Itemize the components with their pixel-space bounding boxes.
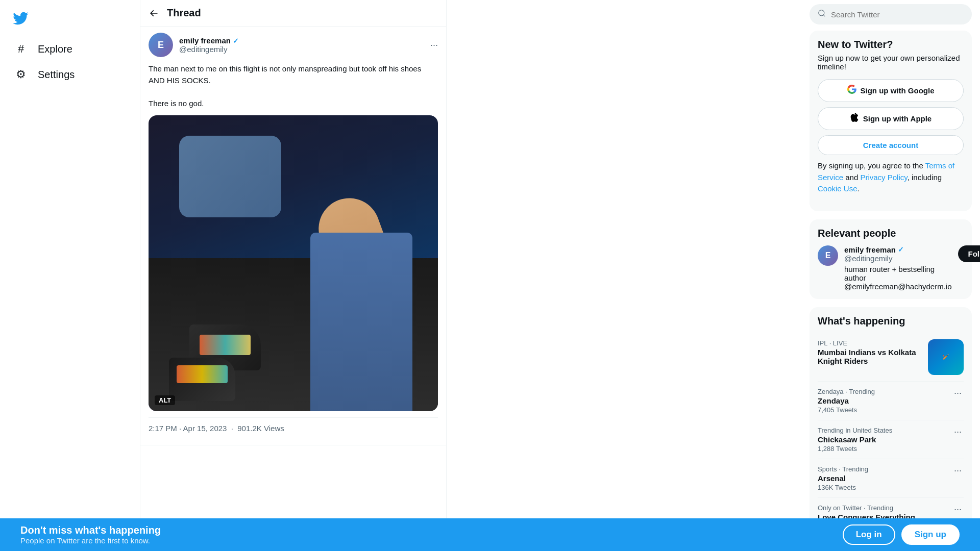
trending-meta-arsenal: Sports · Trending <box>818 465 868 473</box>
author-name: emily freeman ✓ <box>179 36 239 45</box>
new-to-twitter-title: New to Twitter? <box>818 39 964 51</box>
right-sidebar: New to Twitter? Sign up now to get your … <box>801 0 980 551</box>
tweet-timestamp: 2:17 PM · Apr 15, 2023 <box>149 424 227 433</box>
person-bio: human router + bestselling author @emily… <box>844 265 952 291</box>
explore-icon: # <box>14 42 28 56</box>
trending-item-chickasaw[interactable]: Trending in United States Chickasaw Park… <box>818 420 964 459</box>
tweet-text: The man next to me on this flight is not… <box>149 63 438 109</box>
search-icon <box>818 9 826 19</box>
tweet-meta: 2:17 PM · Apr 15, 2023 · 901.2K Views <box>149 417 438 439</box>
author-handle: @editingemily <box>179 45 239 54</box>
settings-icon: ⚙ <box>14 68 28 81</box>
trending-meta-chickasaw: Trending in United States <box>818 427 892 434</box>
twitter-logo[interactable] <box>6 4 35 34</box>
trending-count-chickasaw: 1,288 Tweets <box>818 445 892 453</box>
apple-signup-label: Sign up with Apple <box>863 114 932 123</box>
tweet-image <box>149 115 438 411</box>
back-button[interactable] <box>149 8 159 18</box>
trending-meta-love: Only on Twitter · Trending <box>818 504 915 512</box>
person-handle: @editingemily <box>844 254 952 263</box>
avatar-image: E <box>149 33 173 57</box>
whats-happening-title: What's happening <box>818 315 964 327</box>
trending-count-arsenal: 136K Tweets <box>818 484 868 491</box>
cookie-use-link[interactable]: Cookie Use <box>818 184 857 193</box>
scene-shoe1-lace <box>200 335 251 355</box>
create-account-label: Create account <box>863 141 918 149</box>
trending-item-ipl-text: IPL · LIVE Mumbai Indians vs Kolkata Kni… <box>818 339 928 366</box>
banner-signup-button[interactable]: Sign up <box>901 524 960 545</box>
tweet-more-button[interactable]: ··· <box>430 40 438 51</box>
google-icon <box>847 85 856 96</box>
apple-signup-button[interactable]: Sign up with Apple <box>818 107 964 130</box>
banner-title: Don't miss what's happening <box>20 524 161 536</box>
search-bar <box>810 0 972 31</box>
scene-shoe2 <box>169 358 235 401</box>
main-content: Thread E emily freeman ✓ @editingemily <box>140 0 447 551</box>
thread-header: Thread <box>140 0 446 27</box>
relevant-people-title: Relevant people <box>818 228 964 239</box>
author-name-block: emily freeman ✓ @editingemily <box>179 36 239 54</box>
person-row: E emily freeman ✓ @editingemily human ro… <box>818 245 964 291</box>
trending-name-chickasaw: Chickasaw Park <box>818 435 892 444</box>
trending-name-zendaya: Zendaya <box>818 396 875 405</box>
tweet-author-info: E emily freeman ✓ @editingemily <box>149 33 239 57</box>
trending-meta-ipl: IPL · LIVE <box>818 339 928 347</box>
avatar: E <box>149 33 173 57</box>
ipl-thumbnail: 🏏 <box>928 339 964 375</box>
verified-badge: ✓ <box>233 37 239 45</box>
bottom-banner: Don't miss what's happening People on Tw… <box>0 518 980 551</box>
sidebar-item-settings[interactable]: ⚙ Settings <box>6 62 83 87</box>
tweet-image-container: ALT <box>149 115 438 411</box>
trending-count-zendaya: 7,405 Tweets <box>818 406 875 414</box>
whats-happening-section: What's happening IPL · LIVE Mumbai India… <box>810 307 972 544</box>
tweet-views: 901.2K Views <box>237 424 284 433</box>
thread-title: Thread <box>167 7 201 19</box>
search-wrapper <box>810 4 972 24</box>
trending-item-chickasaw-content: Trending in United States Chickasaw Park… <box>818 427 892 453</box>
banner-text-block: Don't miss what's happening People on Tw… <box>20 524 161 545</box>
person-verified-badge: ✓ <box>898 245 904 254</box>
follow-button[interactable]: Follow <box>958 245 980 262</box>
trending-more-chickasaw[interactable]: ··· <box>952 427 964 437</box>
ipl-image: 🏏 <box>928 339 964 375</box>
trending-more-zendaya[interactable]: ··· <box>952 388 964 398</box>
create-account-button[interactable]: Create account <box>818 135 964 155</box>
banner-buttons: Log in Sign up <box>843 524 960 545</box>
trending-item-ipl[interactable]: IPL · LIVE Mumbai Indians vs Kolkata Kni… <box>818 333 964 382</box>
sidebar-item-explore[interactable]: # Explore <box>6 36 83 62</box>
person-name: emily freeman ✓ <box>844 245 952 254</box>
trending-item-arsenal[interactable]: Sports · Trending Arsenal 136K Tweets ··… <box>818 459 964 498</box>
privacy-policy-link[interactable]: Privacy Policy <box>860 173 907 182</box>
new-to-twitter-section: New to Twitter? Sign up now to get your … <box>810 31 972 211</box>
banner-login-button[interactable]: Log in <box>843 524 895 545</box>
scene-bag <box>179 136 281 217</box>
tweet-card: E emily freeman ✓ @editingemily ··· The … <box>140 27 446 445</box>
apple-icon <box>850 113 859 124</box>
trending-more-love[interactable]: ··· <box>952 504 964 515</box>
person-avatar: E <box>818 245 838 266</box>
trending-meta-zendaya: Zendaya · Trending <box>818 388 875 395</box>
terms-text: By signing up, you agree to the Terms of… <box>818 160 964 195</box>
banner-subtitle: People on Twitter are the first to know. <box>20 536 161 545</box>
google-signup-label: Sign up with Google <box>861 86 935 95</box>
trending-name-ipl: Mumbai Indians vs Kolkata Knight Riders <box>818 348 928 365</box>
search-input[interactable] <box>831 10 964 19</box>
person-info: emily freeman ✓ @editingemily human rout… <box>844 245 952 291</box>
sidebar: # Explore ⚙ Settings <box>0 0 140 551</box>
trending-item-zendaya-content: Zendaya · Trending Zendaya 7,405 Tweets <box>818 388 875 414</box>
relevant-people-section: Relevant people E emily freeman ✓ @editi… <box>810 219 972 299</box>
tweet-author-row: E emily freeman ✓ @editingemily ··· <box>149 33 438 57</box>
sidebar-item-settings-label: Settings <box>38 69 75 81</box>
google-signup-button[interactable]: Sign up with Google <box>818 79 964 102</box>
scene-shoe2-lace <box>177 365 228 383</box>
trending-item-arsenal-content: Sports · Trending Arsenal 136K Tweets <box>818 465 868 491</box>
sidebar-nav: # Explore ⚙ Settings <box>6 36 83 87</box>
sidebar-item-explore-label: Explore <box>38 43 72 55</box>
image-alt-badge[interactable]: ALT <box>155 395 175 405</box>
trending-name-arsenal: Arsenal <box>818 474 868 483</box>
trending-item-zendaya[interactable]: Zendaya · Trending Zendaya 7,405 Tweets … <box>818 382 964 420</box>
flight-scene <box>149 115 438 411</box>
trending-more-arsenal[interactable]: ··· <box>952 465 964 476</box>
new-to-twitter-subtitle: Sign up now to get your own personalized… <box>818 54 964 71</box>
scene-jeans <box>310 233 412 411</box>
